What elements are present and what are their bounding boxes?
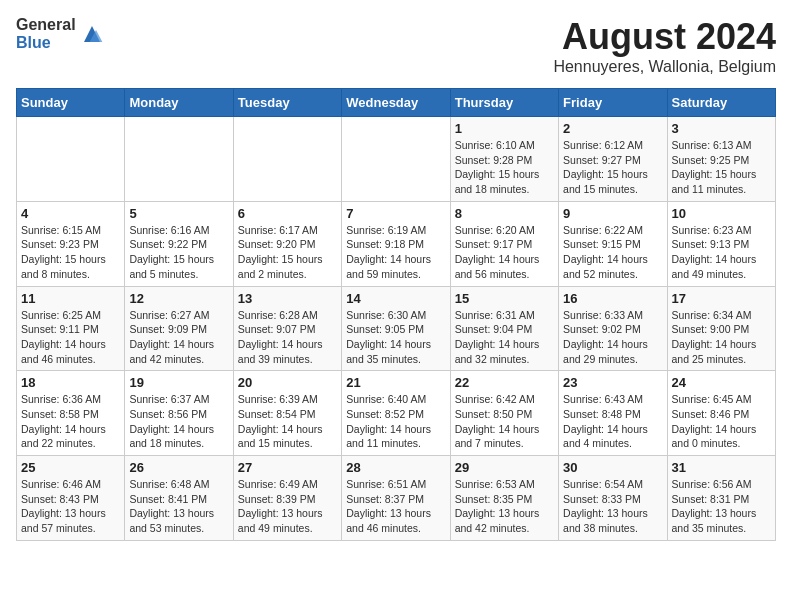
day-info: Sunrise: 6:37 AM Sunset: 8:56 PM Dayligh… <box>129 392 228 451</box>
day-cell: 17Sunrise: 6:34 AM Sunset: 9:00 PM Dayli… <box>667 286 775 371</box>
day-cell: 7Sunrise: 6:19 AM Sunset: 9:18 PM Daylig… <box>342 201 450 286</box>
day-info: Sunrise: 6:42 AM Sunset: 8:50 PM Dayligh… <box>455 392 554 451</box>
day-cell: 14Sunrise: 6:30 AM Sunset: 9:05 PM Dayli… <box>342 286 450 371</box>
day-info: Sunrise: 6:53 AM Sunset: 8:35 PM Dayligh… <box>455 477 554 536</box>
day-cell: 29Sunrise: 6:53 AM Sunset: 8:35 PM Dayli… <box>450 456 558 541</box>
day-info: Sunrise: 6:27 AM Sunset: 9:09 PM Dayligh… <box>129 308 228 367</box>
day-cell: 12Sunrise: 6:27 AM Sunset: 9:09 PM Dayli… <box>125 286 233 371</box>
day-number: 25 <box>21 460 120 475</box>
day-info: Sunrise: 6:33 AM Sunset: 9:02 PM Dayligh… <box>563 308 662 367</box>
weekday-header-sunday: Sunday <box>17 89 125 117</box>
day-cell: 22Sunrise: 6:42 AM Sunset: 8:50 PM Dayli… <box>450 371 558 456</box>
day-cell: 23Sunrise: 6:43 AM Sunset: 8:48 PM Dayli… <box>559 371 667 456</box>
title-block: August 2024 Hennuyeres, Wallonia, Belgiu… <box>553 16 776 76</box>
day-number: 21 <box>346 375 445 390</box>
day-number: 20 <box>238 375 337 390</box>
day-number: 17 <box>672 291 771 306</box>
day-number: 30 <box>563 460 662 475</box>
day-cell: 10Sunrise: 6:23 AM Sunset: 9:13 PM Dayli… <box>667 201 775 286</box>
day-info: Sunrise: 6:45 AM Sunset: 8:46 PM Dayligh… <box>672 392 771 451</box>
day-cell: 8Sunrise: 6:20 AM Sunset: 9:17 PM Daylig… <box>450 201 558 286</box>
day-info: Sunrise: 6:10 AM Sunset: 9:28 PM Dayligh… <box>455 138 554 197</box>
day-cell: 31Sunrise: 6:56 AM Sunset: 8:31 PM Dayli… <box>667 456 775 541</box>
day-number: 2 <box>563 121 662 136</box>
day-cell: 3Sunrise: 6:13 AM Sunset: 9:25 PM Daylig… <box>667 117 775 202</box>
day-info: Sunrise: 6:49 AM Sunset: 8:39 PM Dayligh… <box>238 477 337 536</box>
day-info: Sunrise: 6:54 AM Sunset: 8:33 PM Dayligh… <box>563 477 662 536</box>
day-number: 26 <box>129 460 228 475</box>
day-info: Sunrise: 6:39 AM Sunset: 8:54 PM Dayligh… <box>238 392 337 451</box>
day-info: Sunrise: 6:12 AM Sunset: 9:27 PM Dayligh… <box>563 138 662 197</box>
week-row-5: 25Sunrise: 6:46 AM Sunset: 8:43 PM Dayli… <box>17 456 776 541</box>
day-number: 24 <box>672 375 771 390</box>
day-number: 15 <box>455 291 554 306</box>
page-header: General Blue August 2024 Hennuyeres, Wal… <box>16 16 776 76</box>
day-cell: 18Sunrise: 6:36 AM Sunset: 8:58 PM Dayli… <box>17 371 125 456</box>
day-cell: 20Sunrise: 6:39 AM Sunset: 8:54 PM Dayli… <box>233 371 341 456</box>
week-row-4: 18Sunrise: 6:36 AM Sunset: 8:58 PM Dayli… <box>17 371 776 456</box>
day-number: 23 <box>563 375 662 390</box>
day-info: Sunrise: 6:28 AM Sunset: 9:07 PM Dayligh… <box>238 308 337 367</box>
day-number: 9 <box>563 206 662 221</box>
day-cell: 27Sunrise: 6:49 AM Sunset: 8:39 PM Dayli… <box>233 456 341 541</box>
day-cell: 6Sunrise: 6:17 AM Sunset: 9:20 PM Daylig… <box>233 201 341 286</box>
day-info: Sunrise: 6:16 AM Sunset: 9:22 PM Dayligh… <box>129 223 228 282</box>
day-number: 29 <box>455 460 554 475</box>
day-number: 13 <box>238 291 337 306</box>
week-row-3: 11Sunrise: 6:25 AM Sunset: 9:11 PM Dayli… <box>17 286 776 371</box>
day-info: Sunrise: 6:40 AM Sunset: 8:52 PM Dayligh… <box>346 392 445 451</box>
logo: General Blue <box>16 16 104 52</box>
day-cell: 5Sunrise: 6:16 AM Sunset: 9:22 PM Daylig… <box>125 201 233 286</box>
day-cell: 19Sunrise: 6:37 AM Sunset: 8:56 PM Dayli… <box>125 371 233 456</box>
day-cell: 26Sunrise: 6:48 AM Sunset: 8:41 PM Dayli… <box>125 456 233 541</box>
day-cell: 16Sunrise: 6:33 AM Sunset: 9:02 PM Dayli… <box>559 286 667 371</box>
day-number: 28 <box>346 460 445 475</box>
weekday-header-saturday: Saturday <box>667 89 775 117</box>
day-cell: 28Sunrise: 6:51 AM Sunset: 8:37 PM Dayli… <box>342 456 450 541</box>
day-info: Sunrise: 6:25 AM Sunset: 9:11 PM Dayligh… <box>21 308 120 367</box>
day-number: 3 <box>672 121 771 136</box>
logo-icon <box>80 22 104 46</box>
weekday-header-thursday: Thursday <box>450 89 558 117</box>
day-cell: 21Sunrise: 6:40 AM Sunset: 8:52 PM Dayli… <box>342 371 450 456</box>
day-info: Sunrise: 6:13 AM Sunset: 9:25 PM Dayligh… <box>672 138 771 197</box>
day-cell <box>125 117 233 202</box>
day-info: Sunrise: 6:51 AM Sunset: 8:37 PM Dayligh… <box>346 477 445 536</box>
day-info: Sunrise: 6:31 AM Sunset: 9:04 PM Dayligh… <box>455 308 554 367</box>
day-info: Sunrise: 6:23 AM Sunset: 9:13 PM Dayligh… <box>672 223 771 282</box>
day-cell <box>17 117 125 202</box>
day-cell: 30Sunrise: 6:54 AM Sunset: 8:33 PM Dayli… <box>559 456 667 541</box>
day-number: 8 <box>455 206 554 221</box>
day-number: 10 <box>672 206 771 221</box>
week-row-1: 1Sunrise: 6:10 AM Sunset: 9:28 PM Daylig… <box>17 117 776 202</box>
day-info: Sunrise: 6:48 AM Sunset: 8:41 PM Dayligh… <box>129 477 228 536</box>
day-cell: 24Sunrise: 6:45 AM Sunset: 8:46 PM Dayli… <box>667 371 775 456</box>
day-cell: 1Sunrise: 6:10 AM Sunset: 9:28 PM Daylig… <box>450 117 558 202</box>
day-info: Sunrise: 6:43 AM Sunset: 8:48 PM Dayligh… <box>563 392 662 451</box>
day-info: Sunrise: 6:17 AM Sunset: 9:20 PM Dayligh… <box>238 223 337 282</box>
day-number: 4 <box>21 206 120 221</box>
day-cell <box>342 117 450 202</box>
day-number: 7 <box>346 206 445 221</box>
day-number: 11 <box>21 291 120 306</box>
weekday-header-friday: Friday <box>559 89 667 117</box>
day-number: 18 <box>21 375 120 390</box>
weekday-header-row: SundayMondayTuesdayWednesdayThursdayFrid… <box>17 89 776 117</box>
day-cell: 2Sunrise: 6:12 AM Sunset: 9:27 PM Daylig… <box>559 117 667 202</box>
day-cell: 9Sunrise: 6:22 AM Sunset: 9:15 PM Daylig… <box>559 201 667 286</box>
day-cell: 13Sunrise: 6:28 AM Sunset: 9:07 PM Dayli… <box>233 286 341 371</box>
calendar-title: August 2024 <box>553 16 776 58</box>
day-cell: 4Sunrise: 6:15 AM Sunset: 9:23 PM Daylig… <box>17 201 125 286</box>
week-row-2: 4Sunrise: 6:15 AM Sunset: 9:23 PM Daylig… <box>17 201 776 286</box>
day-number: 31 <box>672 460 771 475</box>
calendar-table: SundayMondayTuesdayWednesdayThursdayFrid… <box>16 88 776 541</box>
day-number: 1 <box>455 121 554 136</box>
day-info: Sunrise: 6:46 AM Sunset: 8:43 PM Dayligh… <box>21 477 120 536</box>
day-info: Sunrise: 6:34 AM Sunset: 9:00 PM Dayligh… <box>672 308 771 367</box>
weekday-header-tuesday: Tuesday <box>233 89 341 117</box>
day-number: 14 <box>346 291 445 306</box>
day-cell: 25Sunrise: 6:46 AM Sunset: 8:43 PM Dayli… <box>17 456 125 541</box>
day-cell: 11Sunrise: 6:25 AM Sunset: 9:11 PM Dayli… <box>17 286 125 371</box>
day-cell: 15Sunrise: 6:31 AM Sunset: 9:04 PM Dayli… <box>450 286 558 371</box>
day-number: 6 <box>238 206 337 221</box>
